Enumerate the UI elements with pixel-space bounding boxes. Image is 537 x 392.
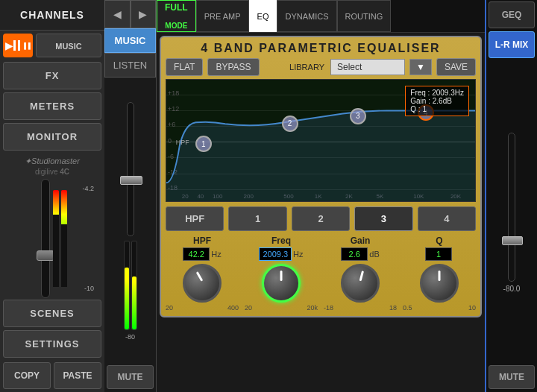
mode-label: MODE xyxy=(165,22,188,30)
save-button[interactable]: SAVE xyxy=(436,58,476,76)
right-panel: GEQ L-R MIX -80.0 MUTE xyxy=(485,0,537,392)
gain-unit: dB xyxy=(369,250,379,259)
nav-next-button[interactable]: ▶ xyxy=(131,0,157,28)
play-pause-button[interactable] xyxy=(3,34,33,57)
hpf-knob-group: HPF 42.2 Hz 20 400 xyxy=(166,235,239,312)
knob-section: HPF 42.2 Hz 20 400 Freq 2009.3 Hz xyxy=(166,235,476,312)
full-label: FULL xyxy=(165,2,188,13)
ch-db-label: -80 xyxy=(125,333,135,341)
gain-max: 18 xyxy=(389,304,397,312)
q-knob[interactable] xyxy=(420,264,459,303)
music-channel-button[interactable]: MUSIC xyxy=(104,28,156,53)
sidebar-settings[interactable]: SETTINGS xyxy=(3,330,101,358)
library-dropdown-button[interactable]: ▼ xyxy=(409,59,432,75)
freq-value-row: 2009.3 Hz xyxy=(259,247,303,261)
freq-knob[interactable] xyxy=(262,264,301,303)
eq-curve-fill xyxy=(166,110,475,201)
hpf-max: 400 xyxy=(227,304,239,312)
q-knob-scale: 0.5 10 xyxy=(403,304,476,312)
routing-button[interactable]: ROUTING xyxy=(337,0,392,32)
ch-mute-button[interactable]: MUTE xyxy=(107,365,153,389)
top-nav: FULL MODE PRE AMP EQ DYNAMICS ROUTING xyxy=(157,0,485,33)
transport-row: MUSIC xyxy=(3,34,101,57)
eq-node-2[interactable]: 2 xyxy=(282,116,298,132)
hpf-unit: Hz xyxy=(211,250,221,259)
listen-channel-button[interactable]: LISTEN xyxy=(104,53,156,78)
q-knob-marker xyxy=(439,271,441,281)
meter-mask-left xyxy=(53,215,59,288)
right-mute-button[interactable]: MUTE xyxy=(489,365,534,389)
logo-area: ✦Studiomaster digilive 4C xyxy=(0,152,104,179)
ch-meter-bar-r xyxy=(131,241,137,330)
ch-fader-knob[interactable] xyxy=(120,176,142,185)
sidebar-meters[interactable]: METERS xyxy=(3,92,101,120)
dynamics-button[interactable]: DYNAMICS xyxy=(277,0,336,32)
flat-button[interactable]: FLAT xyxy=(166,58,203,76)
ch-fader-area: -80 xyxy=(104,78,156,365)
ch-fader-track xyxy=(127,102,134,236)
eq-node-1[interactable]: 1 xyxy=(195,136,212,152)
hpf-value-box[interactable]: 42.2 xyxy=(183,247,210,261)
sidebar-scenes[interactable]: SCENES xyxy=(3,300,101,327)
channel-nav: ◀ ▶ xyxy=(104,0,156,28)
eq-controls-top: FLAT BYPASS LIBRARY Select ▼ SAVE xyxy=(166,58,476,76)
gain-knob[interactable] xyxy=(341,264,380,303)
channel-fader-handle[interactable] xyxy=(37,250,54,261)
channel-strip: ◀ ▶ MUSIC LISTEN -80 MUTE xyxy=(104,0,157,392)
hpf-band-button[interactable]: HPF xyxy=(166,206,224,231)
library-label: LIBRARY xyxy=(289,63,324,72)
nav-prev-button[interactable]: ◀ xyxy=(104,0,131,28)
q-knob-group: Q 1 0.5 10 xyxy=(403,235,476,312)
pause-icon xyxy=(13,40,20,51)
paste-button[interactable]: PASTE xyxy=(54,362,101,389)
meter-mask-right xyxy=(61,224,67,288)
band4-button[interactable]: 4 xyxy=(418,206,476,231)
geq-button[interactable]: GEQ xyxy=(489,1,534,28)
ch-meter-fill-l xyxy=(125,268,129,329)
eq-tooltip: Freq : 2009.3Hz Gain : 2.6dB Q : 1 xyxy=(405,86,469,116)
ch-meter xyxy=(124,241,137,330)
tooltip-gain: Gain : 2.6dB xyxy=(410,97,464,105)
freq-max: 20k xyxy=(307,304,318,312)
band2-button[interactable]: 2 xyxy=(292,206,350,231)
hpf-knob-marker xyxy=(196,271,204,282)
copy-paste-row: COPY PASTE xyxy=(3,362,101,389)
ch-meter-bar-l xyxy=(124,241,130,330)
music-button[interactable]: MUSIC xyxy=(36,34,101,57)
lr-mix-button[interactable]: L-R MIX xyxy=(489,31,534,58)
eq-graph[interactable]: +18 +12 +6 0 -6 -12 -18 20 40 100 200 50… xyxy=(166,79,476,202)
eq-node-3[interactable]: 3 xyxy=(350,108,366,124)
pre-amp-button[interactable]: PRE AMP xyxy=(196,0,249,32)
hpf-knob[interactable] xyxy=(183,264,222,303)
sidebar-channels[interactable]: CHANNELS xyxy=(0,0,104,31)
meter-bars xyxy=(53,190,67,287)
gain-value-box[interactable]: 2.6 xyxy=(341,247,368,261)
ch-meter-fill-r xyxy=(132,276,136,329)
eq-button[interactable]: EQ xyxy=(249,0,277,32)
tooltip-freq: Freq : 2009.3Hz xyxy=(410,89,464,97)
tooltip-q: Q : 1 xyxy=(410,105,464,113)
sidebar-fx[interactable]: FX xyxy=(3,62,101,89)
q-value-row: 1 xyxy=(425,247,453,261)
studiomaster-logo: ✦Studiomaster xyxy=(4,155,100,168)
q-min: 0.5 xyxy=(403,304,412,312)
hpf-min: 20 xyxy=(166,304,173,312)
left-sidebar: CHANNELS MUSIC FX METERS MONITOR ✦Studio… xyxy=(0,0,104,392)
bypass-button[interactable]: BYPASS xyxy=(207,58,259,76)
full-mode-button[interactable]: FULL MODE xyxy=(157,0,196,32)
hpf-value-row: 42.2 Hz xyxy=(183,247,221,261)
band1-button[interactable]: 1 xyxy=(228,206,286,231)
right-fader-knob[interactable] xyxy=(502,236,523,245)
q-value-box[interactable]: 1 xyxy=(425,247,452,261)
digilive-logo: digilive 4C xyxy=(4,168,100,176)
freq-unit: Hz xyxy=(293,250,303,259)
freq-value-box[interactable]: 2009.3 xyxy=(259,247,292,261)
db-label-top: -4.2 xyxy=(82,185,94,192)
hpf-knob-label: HPF xyxy=(193,235,211,246)
library-select[interactable]: Select xyxy=(330,59,405,75)
copy-button[interactable]: COPY xyxy=(3,362,51,389)
right-fader-track xyxy=(508,133,515,282)
q-knob-label: Q xyxy=(436,235,442,246)
band3-button[interactable]: 3 xyxy=(354,206,412,231)
sidebar-monitor[interactable]: MONITOR xyxy=(3,123,101,151)
